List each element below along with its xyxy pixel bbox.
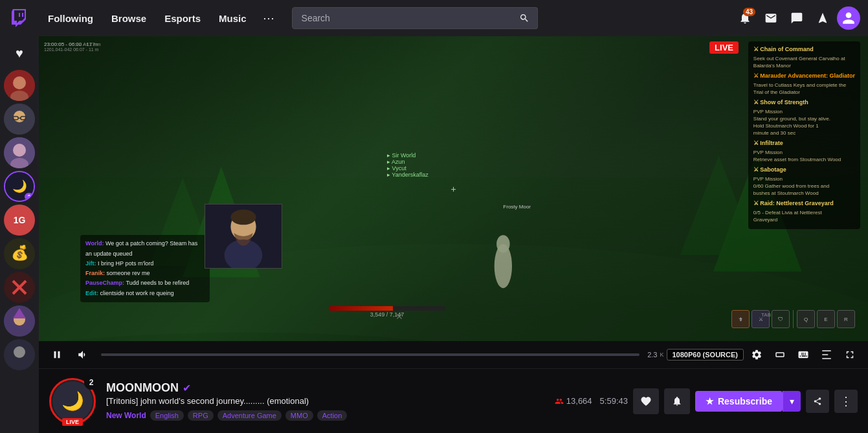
stats-row: 13,664 5:59:43: [555, 396, 628, 406]
tag-action[interactable]: Action: [317, 410, 348, 421]
nav-browse[interactable]: Browse: [105, 9, 153, 28]
theater-mode-button[interactable]: [770, 344, 790, 365]
skills-divider: [793, 310, 794, 328]
quest-item-6: ⚔ Raid: Nettlerest Graveyard 0/5 - Defea…: [753, 199, 855, 223]
star-icon: ★: [706, 396, 714, 406]
chat-line-2: Jift: I bring HP pots m'lord: [85, 259, 205, 269]
chat-line-1: World: We got a patch coming? Steam has …: [85, 239, 205, 259]
svg-text:🌙: 🌙: [12, 179, 27, 194]
skill-5[interactable]: E: [817, 310, 835, 328]
skill-1[interactable]: 🗡: [731, 310, 750, 328]
resub-label: Resubscribe: [718, 396, 772, 406]
sidebar-item-1[interactable]: [4, 70, 35, 101]
notifications-button[interactable]: 43: [733, 6, 757, 30]
sidebar-item-moonmoon[interactable]: 🌙 2: [4, 171, 35, 202]
chat-line-4: PauseChamp: Tudd needs to be refired: [85, 278, 205, 288]
channel-name[interactable]: MOONMOON: [106, 381, 179, 395]
heart-button[interactable]: [633, 388, 659, 414]
sidebar-item-7[interactable]: [4, 272, 35, 303]
tag-rpg[interactable]: RPG: [188, 410, 214, 421]
chat-overlay: World: We got a patch coming? Steam has …: [80, 235, 210, 302]
settings-button[interactable]: [746, 344, 767, 365]
quest-item-4: ⚔ Infiltrate PVP MissionRetrieve asset f…: [753, 139, 855, 163]
viewer-stat: 13,664: [555, 396, 592, 406]
svg-point-35: [231, 210, 256, 225]
svg-point-1: [13, 76, 26, 89]
skill-6[interactable]: R: [837, 310, 855, 328]
share-button[interactable]: [806, 390, 829, 413]
quality-button[interactable]: 1080P60 (SOURCE): [667, 349, 744, 361]
search-button[interactable]: [512, 7, 538, 29]
sidebar-item-2[interactable]: [4, 104, 35, 135]
video-section: ⚔ Chain of Command Seek out Covenant Gen…: [39, 36, 868, 433]
skills-area: 🗡 ⚔ 🛡 Q E R: [731, 310, 855, 328]
stream-info: 🌙 2 LIVE MOONMOON ✔ [Tritonis] john worl…: [39, 368, 868, 433]
pause-button[interactable]: [47, 344, 67, 365]
sidebar-heart-icon[interactable]: ♥: [8, 41, 31, 65]
viewer-label: K: [660, 351, 663, 358]
quest-item-1: ⚔ Chain of Command Seek out Covenant Gen…: [753, 45, 855, 69]
chat-line-3: Franik: someone rev me: [85, 269, 205, 278]
svg-point-9: [13, 144, 26, 157]
sidebar-label-5: 1G: [14, 215, 26, 225]
verified-icon: ✔: [183, 382, 191, 394]
controls-right: 2.3 K 1080P60 (SOURCE): [647, 344, 860, 365]
stream-actions: 13,664 5:59:43 ★ Res: [555, 388, 858, 414]
keyboard-shortcuts-button[interactable]: [793, 344, 814, 365]
volume-button[interactable]: [72, 344, 93, 365]
svg-point-31: [496, 235, 509, 252]
crosshair: +: [451, 184, 456, 194]
chat-button[interactable]: [785, 6, 808, 30]
sidebar-item-8[interactable]: [4, 305, 35, 337]
sidebar-item-3[interactable]: [4, 137, 35, 168]
sidebar-item-5[interactable]: 1G: [4, 205, 35, 236]
chat-line-5: Edit: clientside not work re queing: [85, 289, 205, 298]
search-input[interactable]: [292, 7, 538, 29]
sidebar-item-9[interactable]: [4, 339, 35, 370]
location-label: Frosty Moor: [503, 204, 531, 210]
quest-item-3: ⚔ Show of Strength PVP MissionStand your…: [753, 98, 855, 137]
top-navigation: Following Browse Esports Music ⋯ 43: [0, 0, 868, 36]
skill-3[interactable]: 🛡: [772, 310, 790, 328]
player-tags: ▸ Sir World ▸ Azun ▸ Vycut ▸ Yanderskafl…: [387, 152, 428, 178]
user-avatar[interactable]: [837, 6, 860, 30]
tag-mmo[interactable]: MMO: [285, 410, 313, 421]
more-options-button[interactable]: ⋮: [834, 390, 858, 413]
nav-esports[interactable]: Esports: [158, 9, 207, 28]
resub-dropdown-button[interactable]: ▾: [783, 391, 801, 412]
twitch-logo[interactable]: [8, 6, 31, 30]
progress-bar[interactable]: [101, 353, 640, 356]
nav-more-button[interactable]: ⋯: [258, 8, 279, 28]
nav-icons: 43: [733, 6, 860, 30]
close-overlay[interactable]: ✕: [395, 311, 403, 322]
nav-music[interactable]: Music: [212, 9, 253, 28]
bell-button[interactable]: [664, 388, 690, 414]
resub-button-group: ★ Resubscribe ▾: [695, 391, 801, 412]
quest-item-5: ⚔ Sabotage PVP Mission0/60 Gather wood f…: [753, 166, 855, 197]
timestamp-hud: 23:00:05 - 06:22 At 17 m: [44, 41, 101, 47]
quest-item-2: ⚔ Marauder Advancement: Gladiator Travel…: [753, 72, 855, 96]
tag-english[interactable]: English: [150, 410, 184, 421]
map-indicator: TAB: [761, 312, 771, 318]
viewers-icon: [555, 397, 564, 406]
video-player[interactable]: ⚔ Chain of Command Seek out Covenant Gen…: [39, 36, 868, 341]
tag-adventure[interactable]: Adventure Game: [217, 410, 282, 421]
nav-following[interactable]: Following: [41, 9, 100, 28]
channel-num: 2: [84, 375, 98, 390]
search-bar: [292, 7, 538, 29]
points-button[interactable]: [811, 6, 834, 30]
channel-live-tag: LIVE: [62, 418, 83, 426]
resub-button[interactable]: ★ Resubscribe: [695, 391, 783, 412]
stream-details: MOONMOON ✔ [Tritonis] john world's secon…: [106, 381, 544, 421]
skill-4[interactable]: Q: [797, 310, 815, 328]
sidebar-item-6[interactable]: 💰: [4, 238, 35, 269]
stream-game-tag[interactable]: New World: [106, 410, 146, 421]
inbox-button[interactable]: [759, 6, 783, 30]
health-bar-area: 3,549 / 7,147: [329, 306, 445, 318]
facecam: [205, 204, 282, 269]
stream-title: [Tritonis] john world's second journey..…: [106, 396, 544, 406]
svg-point-22: [14, 346, 25, 358]
fullscreen-button[interactable]: [840, 344, 860, 365]
sidebar-badge-moonmoon: 2: [25, 193, 34, 201]
sidebar-toggle-button[interactable]: [816, 344, 837, 365]
